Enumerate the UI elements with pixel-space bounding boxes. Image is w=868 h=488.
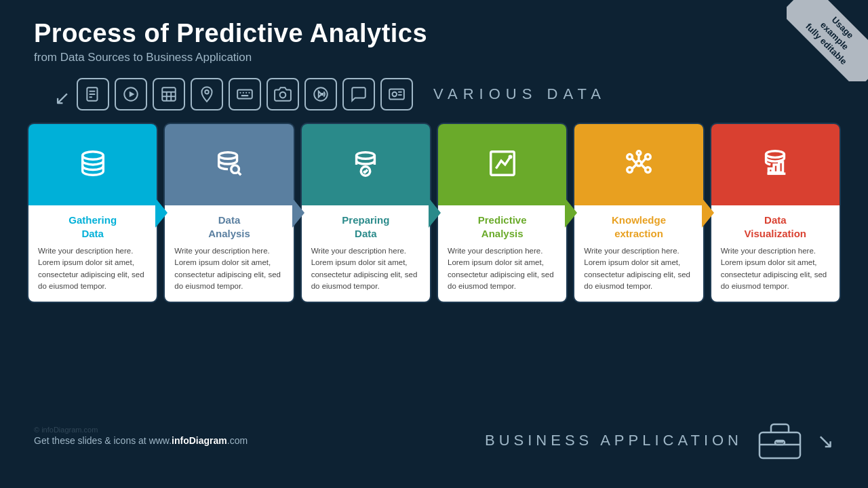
card-preparing: PreparingData Write your description her… xyxy=(300,123,431,303)
data-icons-row xyxy=(77,78,413,110)
chevron-2 xyxy=(292,198,304,228)
database-badge-icon xyxy=(350,148,381,182)
card-gathering: GatheringData Write your description her… xyxy=(27,123,158,303)
preparing-icon-area xyxy=(302,124,430,205)
camera-icon xyxy=(267,78,299,110)
document-icon xyxy=(77,78,109,110)
card-knowledge: Knowledgeextraction Write your descripti… xyxy=(573,123,704,303)
chart-trend-icon xyxy=(487,148,518,182)
chevron-4 xyxy=(565,198,577,228)
various-data-label: VARIOUS DATA xyxy=(433,85,606,103)
svg-line-27 xyxy=(238,172,241,175)
database-chart-icon xyxy=(760,148,791,182)
profile-icon xyxy=(380,78,413,110)
gathering-icon-area xyxy=(28,124,157,205)
svg-rect-45 xyxy=(779,162,783,172)
play-icon xyxy=(115,78,147,110)
svg-rect-12 xyxy=(237,90,252,99)
svg-line-38 xyxy=(632,159,636,163)
various-data-section: ↙ xyxy=(0,71,868,110)
svg-point-21 xyxy=(393,92,397,97)
preparing-desc: Write your description here. Lorem ipsum… xyxy=(311,245,420,292)
svg-point-28 xyxy=(357,152,375,159)
svg-rect-44 xyxy=(774,165,778,173)
predictive-icon-area xyxy=(438,124,566,205)
curve-arrow-icon: ↙ xyxy=(54,87,70,109)
curve-arrow-right-icon: ↙ xyxy=(817,429,834,453)
database-stack-icon xyxy=(77,148,108,182)
svg-point-18 xyxy=(280,92,286,98)
svg-point-43 xyxy=(766,151,785,158)
database-search-icon xyxy=(214,148,245,182)
business-app-section: BUSINESS APPLICATION ↙ xyxy=(485,419,834,462)
svg-line-40 xyxy=(632,165,636,169)
location-icon xyxy=(191,78,223,110)
svg-point-33 xyxy=(627,155,633,160)
visualization-desc: Write your description here. Lorem ipsum… xyxy=(721,245,830,292)
page-subtitle: from Data Sources to Business Applicatio… xyxy=(34,51,834,64)
watermark: © infoDiagram.com xyxy=(34,426,98,434)
svg-point-11 xyxy=(205,90,208,94)
gathering-title: GatheringData xyxy=(38,214,147,240)
knowledge-desc: Write your description here. Lorem ipsum… xyxy=(584,245,693,292)
svg-point-34 xyxy=(646,155,651,160)
chevron-1 xyxy=(155,198,167,228)
svg-point-36 xyxy=(646,167,651,173)
bottom-section: Get these slides & icons at www.infoDiag… xyxy=(0,419,868,462)
svg-point-24 xyxy=(82,152,103,160)
audio-icon xyxy=(304,78,337,110)
analysis-desc: Write your description here. Lorem ipsum… xyxy=(174,245,283,292)
visualization-title: DataVisualization xyxy=(721,214,830,240)
knowledge-title: Knowledgeextraction xyxy=(584,214,693,240)
network-nodes-icon xyxy=(623,148,654,182)
chevron-3 xyxy=(429,198,441,228)
usage-ribbon: Usageexamplefully editable xyxy=(787,0,868,81)
svg-point-37 xyxy=(637,151,641,155)
svg-line-39 xyxy=(642,159,646,163)
header: Process of Predictive Analytics from Dat… xyxy=(0,0,868,71)
footer-text: Get these slides & icons at www.infoDiag… xyxy=(34,435,248,446)
svg-point-32 xyxy=(636,161,642,166)
svg-point-26 xyxy=(231,165,239,174)
predictive-desc: Write your description here. Lorem ipsum… xyxy=(448,245,557,292)
preparing-title: PreparingData xyxy=(311,214,420,240)
analysis-icon-area xyxy=(165,124,293,205)
gathering-desc: Write your description here. Lorem ipsum… xyxy=(38,245,147,292)
card-visualization: DataVisualization Write your description… xyxy=(710,123,841,303)
svg-rect-6 xyxy=(162,87,176,101)
svg-point-35 xyxy=(627,167,633,173)
svg-marker-5 xyxy=(130,92,135,98)
chevron-5 xyxy=(702,198,714,228)
table-icon xyxy=(153,78,185,110)
svg-point-25 xyxy=(219,152,237,159)
visualization-icon-area xyxy=(711,124,840,205)
card-analysis: DataAnalysis Write your description here… xyxy=(163,123,294,303)
predictive-title: PredictiveAnalysis xyxy=(448,214,557,240)
svg-point-31 xyxy=(508,155,512,159)
briefcase-icon xyxy=(756,419,804,462)
business-app-label: BUSINESS APPLICATION xyxy=(485,432,743,449)
page-title: Process of Predictive Analytics xyxy=(34,19,834,48)
analysis-title: DataAnalysis xyxy=(174,214,283,240)
knowledge-icon-area xyxy=(574,124,703,205)
chat-icon xyxy=(342,78,375,110)
card-predictive: PredictiveAnalysis Write your descriptio… xyxy=(437,123,568,303)
svg-line-41 xyxy=(642,165,646,169)
cards-section: GatheringData Write your description her… xyxy=(0,110,868,303)
svg-rect-46 xyxy=(769,169,773,173)
ribbon-text: Usageexamplefully editable xyxy=(787,0,868,81)
keyboard-icon xyxy=(229,78,261,110)
